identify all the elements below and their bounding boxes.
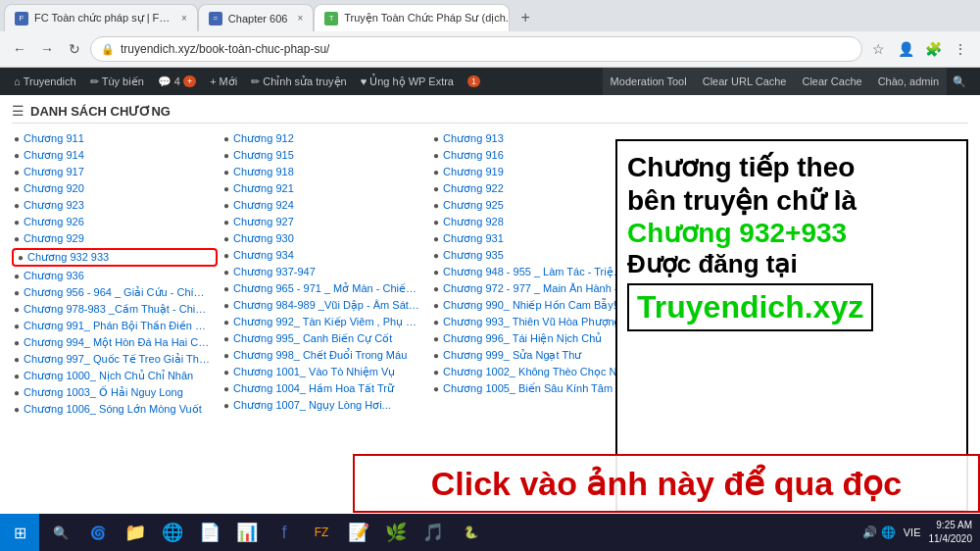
tab-2-close[interactable]: × <box>297 13 303 24</box>
list-item[interactable]: ●Chương 972 - 977 _ Main Ăn Hành -... <box>431 281 637 296</box>
clear-uri-cache-button[interactable]: Clear URL Cache <box>695 68 795 95</box>
tab-2-label: Chapter 606 <box>228 13 288 25</box>
tab-1[interactable]: F FC Toàn chức pháp sự | Facebook × <box>4 4 198 31</box>
list-item[interactable]: ●Chương 996_ Tái Hiện Nịch Chủ <box>431 331 637 346</box>
wp-edit-item[interactable]: ✏ Chỉnh sửa truyện <box>245 68 352 95</box>
list-item[interactable]: ●Chương 922 <box>431 181 637 196</box>
wp-tuy-bien-item[interactable]: ✏ Tùy biến <box>84 68 150 95</box>
list-item[interactable]: ●Chương 925 <box>431 198 637 213</box>
list-item[interactable]: ●Chương 997_ Quốc Tế Treo Giải Thưởng <box>12 352 218 367</box>
settings-icon[interactable]: ⋮ <box>949 37 972 61</box>
list-item[interactable]: ●Chương 921 <box>221 181 427 196</box>
list-item[interactable]: ●Chương 917 <box>12 165 218 179</box>
list-item[interactable]: ●Chương 928 <box>431 215 637 229</box>
back-button[interactable]: ← <box>8 37 31 61</box>
list-item[interactable]: ●Chương 1003_ Ổ Hải Nguy Long <box>12 385 218 400</box>
list-item[interactable]: ●Chương 927 <box>221 215 427 229</box>
taskbar-chrome-icon[interactable]: 🌐 <box>155 515 190 550</box>
bullet: ● <box>433 267 439 277</box>
list-item[interactable]: ●Chương 998_ Chết Đuổi Trong Máu <box>221 348 427 363</box>
list-item[interactable]: ●Chương 912 <box>221 131 427 146</box>
list-item[interactable]: ●Chương 995_ Canh Biến Cự Cốt <box>221 331 427 346</box>
list-item[interactable]: ●Chương 936 <box>12 269 218 283</box>
tab-2[interactable]: = Chapter 606 × <box>198 4 314 31</box>
list-item[interactable]: ●Chương 915 <box>221 148 427 163</box>
refresh-button[interactable]: ↻ <box>63 37 86 61</box>
list-item[interactable]: ●Chương 978-983 _Cầm Thuật - Chiến... <box>12 302 218 317</box>
list-item[interactable]: ●Chương 913 <box>431 131 637 146</box>
list-item[interactable]: ●Chương 1000_ Nịch Chủ Chỉ Nhân <box>12 369 218 383</box>
list-item[interactable]: ●Chương 1005_ Biển Sâu Kính Tâm Chi... <box>431 381 637 396</box>
extensions-icon[interactable]: 🧩 <box>921 37 945 61</box>
tab-1-close[interactable]: × <box>181 13 187 24</box>
taskbar-task-view-icon[interactable]: 🌀 <box>80 515 116 550</box>
list-item[interactable]: ●Chương 920 <box>12 181 218 196</box>
list-item[interactable]: ●Chương 990_ Nhiếp Hồn Cam Bẫy! <box>431 298 637 313</box>
list-item[interactable]: ●Chương 991_ Phán Bội Thần Điền Phá... <box>12 319 218 333</box>
taskbar-lang[interactable]: VIE <box>904 526 921 538</box>
list-item[interactable]: ●Chương 923 <box>12 198 218 213</box>
list-item[interactable]: ●Chương 937-947 <box>221 265 427 279</box>
wp-ung-ho-item[interactable]: ♥ Ủng hộ WP Extra <box>355 68 460 95</box>
taskbar-filezilla-icon[interactable]: FZ <box>304 515 339 550</box>
wp-new-item[interactable]: + Mới <box>204 68 243 95</box>
bullet: ● <box>14 200 20 211</box>
list-item[interactable]: ●Chương 924 <box>221 198 427 213</box>
taskbar-file-explorer-icon[interactable]: 📁 <box>118 515 153 550</box>
wp-search-icon[interactable]: 🔍 <box>947 75 972 88</box>
list-item[interactable]: ●Chương 1004_ Hầm Hoa Tất Trữ <box>221 381 427 396</box>
section-title: DANH SÁCH CHƯƠNG <box>30 104 171 119</box>
list-item[interactable]: ●Chương 994_ Một Hòn Đá Ha Hai Con... <box>12 335 218 350</box>
list-item[interactable]: ●Chương 1002_ Không Thèo Chọc Nối <box>431 365 637 379</box>
list-item[interactable]: ●Chương 919 <box>431 165 637 179</box>
bullet: ● <box>14 183 20 194</box>
list-item[interactable]: ●Chương 992_ Tàn Kiếp Viêm , Phụ The! <box>221 315 427 329</box>
bullet: ● <box>433 250 439 261</box>
bullet: ● <box>14 167 20 177</box>
list-item[interactable]: ●Chương 929 <box>12 231 218 246</box>
click-overlay[interactable]: Click vào ảnh này để qua đọc <box>353 454 980 513</box>
taskbar-excel-icon[interactable]: 📊 <box>229 515 265 550</box>
list-item[interactable]: ●Chương 934 <box>221 248 427 263</box>
list-item[interactable]: ●Chương 965 - 971 _ Mở Màn - Chiến B... <box>221 281 427 296</box>
taskbar-notepad-icon[interactable]: 📝 <box>341 515 376 550</box>
wp-comments-item[interactable]: 💬 4 + <box>152 68 202 95</box>
list-item[interactable]: ●Chương 926 <box>12 215 218 229</box>
taskbar-fb-icon[interactable]: f <box>267 515 302 550</box>
list-item[interactable]: ●Chương 993_ Thiên Vũ Hòa Phượng... <box>431 315 637 329</box>
new-tab-button[interactable]: + <box>514 6 537 29</box>
list-item[interactable]: ●Chương 930 <box>221 231 427 246</box>
list-item[interactable]: ●Chương 1007_ Ngụy Lòng Hơi... <box>221 398 427 413</box>
network-icon[interactable]: 🌐 <box>881 526 896 539</box>
taskbar-python-icon[interactable]: 🐍 <box>453 515 488 550</box>
start-button[interactable]: ⊞ <box>0 514 39 551</box>
profile-icon[interactable]: 👤 <box>894 37 917 61</box>
taskbar-music-icon[interactable]: 🎵 <box>416 515 451 550</box>
clear-cache-button[interactable]: Clear Cache <box>794 68 869 95</box>
list-item[interactable]: ●Chương 984-989 _Vũi Dập - Âm Sát M... <box>221 298 427 313</box>
list-item[interactable]: ●Chương 1006_ Sóng Lớn Mòng Vuốt <box>12 402 218 417</box>
volume-icon[interactable]: 🔊 <box>862 526 877 539</box>
wp-cache-count-item[interactable]: 1 <box>462 68 486 95</box>
list-item[interactable]: ●Chương 916 <box>431 148 637 163</box>
list-item[interactable]: ●Chương 918 <box>221 165 427 179</box>
admin-greeting[interactable]: Chào, admin <box>870 68 947 95</box>
list-item[interactable]: ●Chương 911 <box>12 131 218 146</box>
forward-button[interactable]: → <box>35 37 59 61</box>
list-item[interactable]: ●Chương 948 - 955 _ Làm Tác - Triệu N... <box>431 265 637 279</box>
taskbar-green-icon[interactable]: 🌿 <box>378 515 414 550</box>
wp-site-item[interactable]: ⌂ Truyendich <box>8 68 82 95</box>
list-item-highlighted[interactable]: ●Chương 932 933 <box>12 248 218 267</box>
list-item[interactable]: ●Chương 931 <box>431 231 637 246</box>
tab-3[interactable]: T Truyện Toàn Chức Pháp Sư (dịch... × <box>314 4 510 31</box>
taskbar-search-icon[interactable]: 🔍 <box>43 515 78 550</box>
list-item[interactable]: ●Chương 999_ Sửa Ngạt Thư <box>431 348 637 363</box>
list-item[interactable]: ●Chương 956 - 964 _ Giải Cứu - Chính P..… <box>12 285 218 300</box>
bookmark-icon[interactable]: ☆ <box>866 37 890 61</box>
taskbar-word-icon[interactable]: 📄 <box>192 515 227 550</box>
list-item[interactable]: ●Chương 914 <box>12 148 218 163</box>
list-item[interactable]: ●Chương 935 <box>431 248 637 263</box>
moderation-tool-button[interactable]: Moderation Tool <box>603 68 695 95</box>
list-item[interactable]: ●Chương 1001_ Vào Tò Nhiệm Vụ <box>221 365 427 379</box>
address-box[interactable]: 🔒 truyendich.xyz/book-toàn-chuc-phap-su/ <box>90 36 862 62</box>
